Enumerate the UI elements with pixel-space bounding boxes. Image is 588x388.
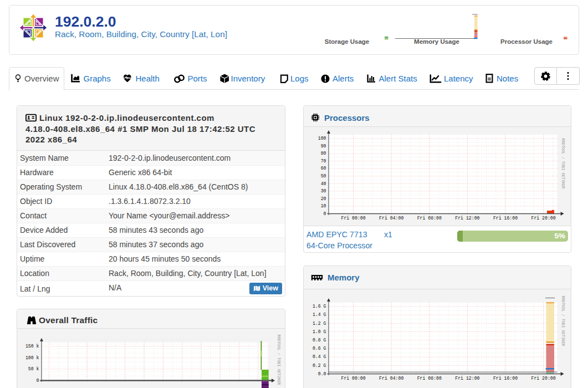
svg-text:0.2 G: 0.2 G xyxy=(313,363,326,368)
svg-text:1.2 G: 1.2 G xyxy=(313,321,326,326)
svg-text:Fri 00:00: Fri 00:00 xyxy=(341,216,365,221)
svg-text:0: 0 xyxy=(324,211,326,216)
svg-text:Fri 12:00: Fri 12:00 xyxy=(455,216,479,221)
svg-text:Fri 20:00: Fri 20:00 xyxy=(531,216,555,221)
svg-text:Fri 16:00: Fri 16:00 xyxy=(493,216,518,221)
svg-text:100: 100 xyxy=(318,136,326,141)
svg-text:0.8 G: 0.8 G xyxy=(313,338,326,343)
svg-text:20: 20 xyxy=(321,196,326,201)
svg-text:Fri 08:00: Fri 08:00 xyxy=(417,376,442,381)
svg-text:0: 0 xyxy=(37,378,39,383)
svg-text:1.0 G: 1.0 G xyxy=(313,329,326,334)
svg-text:Fri 20:00: Fri 20:00 xyxy=(531,376,555,381)
svg-text:RRDTOOL / TOBI OETIKER: RRDTOOL / TOBI OETIKER xyxy=(561,296,565,346)
svg-text:90: 90 xyxy=(321,144,326,149)
svg-text:Fri 04:00: Fri 04:00 xyxy=(379,216,403,221)
svg-text:Fri 12:00: Fri 12:00 xyxy=(455,376,479,381)
svg-text:100 k: 100 k xyxy=(25,355,39,360)
svg-text:40: 40 xyxy=(321,181,326,186)
svg-text:0.4 G: 0.4 G xyxy=(313,354,326,359)
svg-text:RRDTOOL / TOBI OETIKER: RRDTOOL / TOBI OETIKER xyxy=(561,139,565,189)
svg-text:Fri 00:00: Fri 00:00 xyxy=(341,376,365,381)
svg-text:150 k: 150 k xyxy=(25,344,39,349)
svg-text:0.0: 0.0 xyxy=(318,371,326,376)
svg-text:70: 70 xyxy=(321,159,326,164)
svg-text:1.4 G: 1.4 G xyxy=(313,312,326,317)
svg-text:10: 10 xyxy=(321,203,326,208)
svg-text:30: 30 xyxy=(321,188,326,193)
svg-text:0.6 G: 0.6 G xyxy=(313,346,326,351)
svg-text:1.6 G: 1.6 G xyxy=(313,304,326,309)
svg-text:60: 60 xyxy=(321,166,326,171)
svg-text:Fri 04:00: Fri 04:00 xyxy=(379,376,403,381)
svg-text:Fri 08:00: Fri 08:00 xyxy=(417,216,442,221)
svg-text:50 k: 50 k xyxy=(28,366,39,371)
svg-text:80: 80 xyxy=(321,151,326,156)
svg-text:RRDTOOL / TOBI OETIKER: RRDTOOL / TOBI OETIKER xyxy=(277,335,281,385)
svg-text:50: 50 xyxy=(321,173,326,178)
svg-text:Fri 16:00: Fri 16:00 xyxy=(493,376,518,381)
